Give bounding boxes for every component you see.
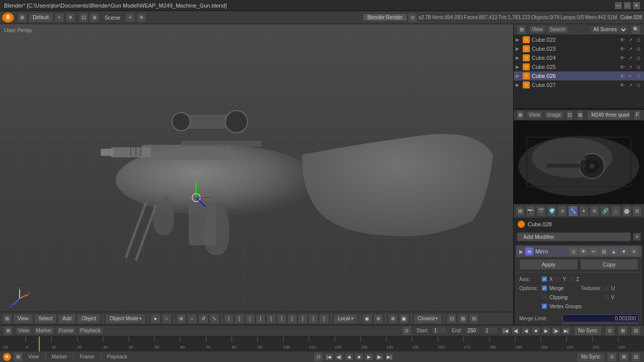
select-menu-btn[interactable]: Select (34, 314, 57, 324)
timeline-ruler[interactable]: -10 0 10 20 30 40 50 60 70 80 90 100 110… (0, 336, 644, 351)
material-props-btn[interactable]: ⬤ (622, 206, 631, 217)
axis-z-checkbox[interactable] (568, 276, 574, 282)
minimize-button[interactable]: — (615, 2, 622, 9)
sb-jump-start-btn[interactable]: |◀ (325, 353, 334, 361)
snap-btn-3[interactable]: | (245, 314, 255, 324)
obj-props-btn[interactable]: ⊕ (557, 206, 567, 217)
outliner-extra-btn[interactable]: 🔍 (631, 25, 641, 35)
jump-start-btn[interactable]: |◀ (501, 327, 510, 335)
snap-btn-7[interactable]: | (287, 314, 297, 324)
add-workspace-btn[interactable]: + (54, 13, 64, 23)
wire-mode-btn[interactable]: ○ (162, 314, 172, 324)
timeline-extra-1[interactable]: ⊙ (605, 326, 615, 336)
render-icon-025[interactable]: ⊙ (635, 63, 642, 70)
image-hdr-icon2[interactable]: ⊞ (577, 110, 584, 120)
modifier-props-btn[interactable]: 🔧 (568, 206, 578, 217)
snap-btn-10[interactable]: | (319, 314, 329, 324)
image-f-btn[interactable]: F (633, 110, 641, 120)
modifier-render-btn[interactable]: ⊙ (569, 247, 578, 255)
play-fwd-btn[interactable]: ▶ (541, 327, 550, 335)
timeline-extra-2[interactable]: ⊞ (618, 326, 628, 336)
anim-record-btn[interactable]: ⊙ (401, 326, 412, 336)
snap-btn-1[interactable]: | (224, 314, 234, 324)
props-icon[interactable]: ⊞ (516, 206, 525, 216)
close-workspace-btn[interactable]: ✕ (65, 13, 75, 23)
modifier-cage-btn[interactable]: ⊞ (599, 247, 608, 255)
sb-step-fwd-btn[interactable]: |▶ (375, 353, 384, 361)
scene-label[interactable]: Scene (101, 14, 124, 22)
snap-btn-2[interactable]: | (234, 314, 245, 324)
render-icon-026[interactable]: ⊙ (635, 72, 642, 79)
eye-icon-024[interactable]: 👁 (619, 54, 626, 61)
jump-end-btn[interactable]: ▶| (561, 327, 571, 335)
add-modifier-arrow[interactable]: ▾ (633, 233, 641, 241)
physics-props-btn[interactable]: ⚙ (590, 206, 599, 217)
mode-select-btn[interactable]: Object Mode (105, 314, 146, 324)
viewport-icon-btn[interactable]: ⊞ (2, 314, 12, 324)
add-menu-btn[interactable]: Add (58, 314, 76, 324)
viewport-right-2[interactable]: ⊞ (458, 314, 468, 324)
cursor-icon-023[interactable]: ↗ (627, 45, 634, 52)
axis-y-checkbox[interactable] (555, 276, 561, 282)
status-marker-item[interactable]: Marker (49, 354, 70, 359)
pen-icon-026[interactable]: ✏ (627, 72, 634, 79)
modifier-toggle[interactable]: ▶ (519, 249, 523, 254)
status-extra-2[interactable]: ⊞ (619, 352, 629, 362)
snap-btn-8[interactable]: | (298, 314, 308, 324)
outliner-row-cube024[interactable]: ▶ ▽ Cube.024 👁 ↗ ⊙ (514, 53, 644, 62)
image-hdr-icon[interactable]: ⊡ (566, 110, 574, 120)
status-icon[interactable]: ⊞ (13, 352, 23, 362)
status-extra-1[interactable]: ⊙ (607, 352, 617, 362)
timeline-playback-btn[interactable]: Playback (78, 327, 103, 334)
timeline-frame-btn[interactable]: Frame (57, 327, 75, 334)
eye-icon-023[interactable]: 👁 (619, 45, 626, 52)
eye-icon-022[interactable]: 👁 (619, 36, 626, 43)
step-fwd-btn[interactable]: |▶ (551, 327, 560, 335)
view-icon-1[interactable]: ⊡ (78, 13, 89, 23)
modifier-down-btn[interactable]: ▼ (619, 247, 628, 255)
rotate-btn[interactable]: ↺ (198, 314, 208, 324)
texture-props-btn[interactable]: ⊞ (632, 206, 642, 217)
viewport-right-1[interactable]: ⊡ (447, 314, 457, 324)
timeline-marker-btn[interactable]: Marker (34, 327, 54, 334)
image-name-btn[interactable]: M249 three quarter... (587, 110, 630, 120)
scene-select[interactable]: All Scenes (589, 25, 628, 34)
image-view-btn[interactable]: View (527, 112, 542, 118)
transform-space-btn[interactable]: Local (334, 314, 358, 324)
u-checkbox[interactable] (603, 285, 609, 291)
scene-add-btn[interactable]: + (125, 13, 135, 23)
modifier-edit-btn[interactable]: ✏ (589, 247, 598, 255)
scene-close-btn[interactable]: ✕ (136, 13, 146, 23)
outliner-view-btn[interactable]: View (530, 26, 545, 33)
outliner-search-btn[interactable]: Search (548, 26, 568, 33)
eye-icon-025[interactable]: 👁 (619, 63, 626, 70)
status-extra-3[interactable]: ⊟ (631, 352, 641, 362)
outliner-row-cube026[interactable]: ▶ ▽ Cube.026 👁 ✏ ⊙ (514, 71, 644, 80)
3d-viewport[interactable]: User Persp (1) Cube.028 X Y Z ⊞ View Sel… (0, 24, 513, 325)
prop-icon[interactable]: ⊛ (373, 314, 383, 324)
proportional-btn[interactable]: ◉ (362, 314, 372, 324)
solid-mode-btn[interactable]: ● (150, 314, 160, 324)
snap-mode-btn[interactable]: Closest (414, 314, 442, 324)
add-modifier-btn[interactable]: Add Modifier (517, 232, 631, 241)
modifier-up-btn[interactable]: ▲ (609, 247, 618, 255)
sb-step-back-btn[interactable]: ◀| (335, 353, 344, 361)
render-props-btn[interactable]: 📷 (526, 206, 535, 217)
merge-checkbox[interactable]: ✓ (541, 285, 547, 291)
start-frame-input[interactable]: 1 (432, 327, 447, 334)
status-view-item[interactable]: View (25, 354, 42, 359)
outliner-row-cube022[interactable]: ▶ ▽ Cube.022 👁 ↗ ⊙ (514, 35, 644, 44)
record-btn[interactable]: ⊗ (388, 314, 398, 324)
sb-stop-btn[interactable]: ■ (355, 353, 364, 361)
viewport-right-3[interactable]: ⊟ (469, 314, 479, 324)
snap-btn-9[interactable]: | (308, 314, 318, 324)
timeline-extra-3[interactable]: ⊟ (631, 326, 641, 336)
no-sync-btn[interactable]: No Sync (574, 326, 602, 336)
view-icon-2[interactable]: ⊛ (90, 13, 100, 23)
workspace-icon[interactable]: ⊞ (17, 13, 27, 23)
data-props-btn[interactable]: △ (611, 206, 620, 217)
maximize-button[interactable]: □ (624, 2, 631, 9)
outliner-row-cube023[interactable]: ▶ ▽ Cube.023 👁 ↗ ⊙ (514, 44, 644, 53)
camera-icon[interactable]: ▣ (399, 314, 409, 324)
render-icon-023[interactable]: ⊙ (635, 45, 642, 52)
